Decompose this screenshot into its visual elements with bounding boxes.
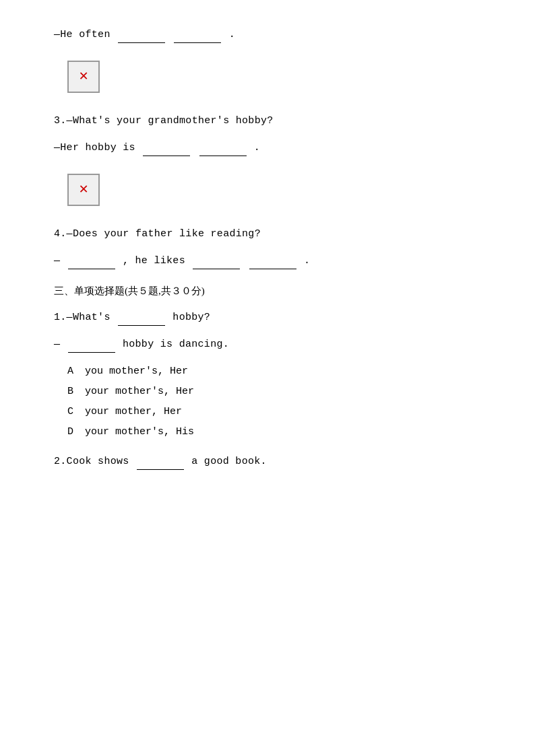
mc2-suffix: a good book. <box>191 456 267 467</box>
q4-question-text: 4.—Does your father like reading? <box>54 228 261 240</box>
q4-answer-line: — , he likes . <box>54 253 481 269</box>
q4-blank1 <box>68 269 115 269</box>
q4-question-line: 4.—Does your father like reading? <box>54 226 481 242</box>
q2-blank1 <box>118 42 165 43</box>
q3-block: 3.—What's your grandmother's hobby? —Her… <box>54 113 481 213</box>
mc1-q2-line: — hobby is dancing. <box>54 337 481 353</box>
q4-dash: — <box>54 255 60 267</box>
q3-image: ✕ <box>67 174 100 206</box>
mc2-q-line: 2.Cook shows a good book. <box>54 454 481 470</box>
mc1-blank2 <box>68 352 115 353</box>
q4-blank2 <box>193 269 240 269</box>
mc2-blank <box>137 469 184 470</box>
q3-answer-line: —Her hobby is . <box>54 140 481 156</box>
choice-d-text: your mother's, His <box>85 426 194 438</box>
q3-answer-prefix: —Her hobby is <box>54 142 141 153</box>
q2-answer-line: —He often . <box>54 27 481 43</box>
mc1-q1-suffix: hobby? <box>172 312 210 323</box>
q3-blank1 <box>143 156 190 156</box>
choice-d-letter: D <box>67 426 73 438</box>
q3-question-text: 3.—What's your grandmother's hobby? <box>54 115 274 127</box>
mc2-prefix: 2.Cook shows <box>54 456 135 467</box>
mc1-q1-prefix: 1.—What's <box>54 312 117 323</box>
mc1-dash: — <box>54 339 60 350</box>
choice-c-letter: C <box>67 406 73 417</box>
mc1-blank1 <box>118 325 165 326</box>
broken-image-icon: ✕ <box>79 65 88 88</box>
q2-answer-block: —He often . ✕ <box>54 27 481 100</box>
q4-comma: , he likes <box>123 255 191 267</box>
broken-image-icon-2: ✕ <box>79 178 88 201</box>
mc1-choice-d: D your mother's, His <box>54 424 481 440</box>
q3-blank2 <box>199 156 247 156</box>
choice-b-text: your mother's, Her <box>85 386 194 397</box>
choice-a-letter: A <box>67 366 73 377</box>
mc2-block: 2.Cook shows a good book. <box>54 454 481 470</box>
q2-period: . <box>229 29 235 40</box>
section-three-title: 三、单项选择题(共５题,共３０分) <box>54 283 481 299</box>
q2-dash: —He often <box>54 29 117 40</box>
q4-period: . <box>304 255 310 267</box>
q3-period: . <box>254 142 260 153</box>
mc1-choice-a: A you mother's, Her <box>54 364 481 380</box>
q2-blank2 <box>174 42 221 43</box>
mc1-q1-line: 1.—What's hobby? <box>54 310 481 326</box>
mc1-q2-suffix: hobby is dancing. <box>123 339 229 350</box>
section-title-text: 三、单项选择题(共５题,共３０分) <box>54 285 205 296</box>
choice-a-text: you mother's, Her <box>85 366 188 377</box>
q2-image: ✕ <box>67 61 100 93</box>
q3-question-line: 3.—What's your grandmother's hobby? <box>54 113 481 129</box>
choice-c-text: your mother, Her <box>85 406 182 417</box>
choice-b-letter: B <box>67 386 73 397</box>
mc1-choice-c: C your mother, Her <box>54 404 481 420</box>
mc1-block: 1.—What's hobby? — hobby is dancing. A y… <box>54 310 481 440</box>
q4-block: 4.—Does your father like reading? — , he… <box>54 226 481 269</box>
q4-blank3 <box>249 269 296 269</box>
mc1-choice-b: B your mother's, Her <box>54 384 481 400</box>
